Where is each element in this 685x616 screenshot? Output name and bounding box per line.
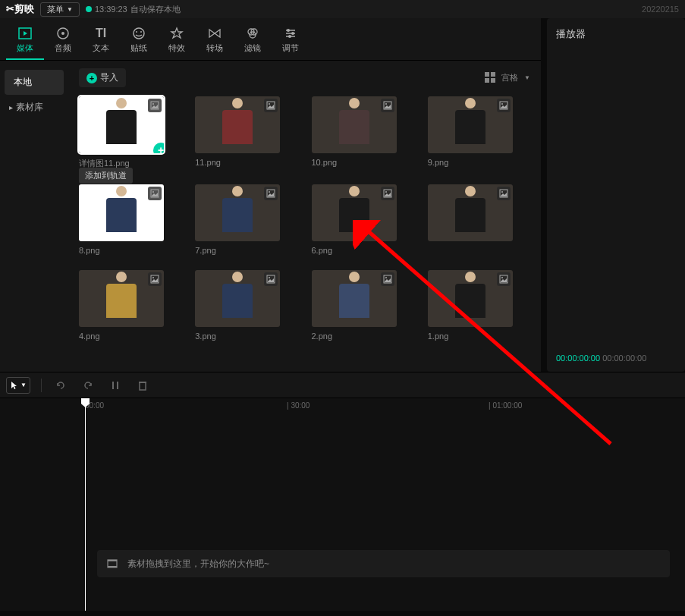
image-type-icon bbox=[381, 272, 394, 286]
ruler-tick: | 01:00:00 bbox=[489, 401, 522, 410]
image-type-icon bbox=[264, 99, 278, 112]
ruler-tick: | 30:00 bbox=[287, 401, 310, 410]
cursor-tool[interactable]: ▼ bbox=[6, 377, 30, 394]
thumb-filename: 10.png bbox=[312, 158, 414, 167]
thumb-filename: 2.png bbox=[312, 332, 414, 341]
media-thumb[interactable]: 2.png bbox=[312, 270, 414, 341]
date-watermark: 20220215 bbox=[642, 5, 679, 14]
timeline-drop-zone[interactable]: 素材拖拽到这里，开始你的大作吧~ bbox=[97, 550, 670, 577]
media-thumb[interactable] bbox=[428, 184, 530, 255]
plus-icon: + bbox=[86, 73, 97, 83]
image-type-icon bbox=[148, 272, 162, 286]
thumb-filename: 7.png bbox=[195, 246, 297, 255]
svg-point-14 bbox=[288, 35, 291, 38]
media-thumb[interactable]: 8.png bbox=[79, 184, 181, 255]
tab-label: 贴纸 bbox=[130, 42, 147, 54]
app-logo: ✂剪映 bbox=[6, 2, 34, 16]
image-type-icon bbox=[381, 99, 394, 112]
thumb-filename: 8.png bbox=[79, 246, 181, 255]
effect-icon bbox=[169, 26, 184, 41]
svg-point-30 bbox=[269, 191, 270, 193]
media-thumb[interactable]: 11.png bbox=[195, 96, 297, 169]
media-thumb[interactable]: 3.png bbox=[195, 270, 297, 341]
split-tool[interactable] bbox=[107, 377, 124, 394]
thumb-filename: 11.png bbox=[195, 158, 297, 167]
image-type-icon bbox=[148, 99, 162, 112]
tab-label: 调节 bbox=[282, 42, 299, 54]
svg-point-20 bbox=[152, 103, 154, 105]
thumb-filename: 3.png bbox=[195, 332, 297, 341]
thumb-filename: 1.png bbox=[428, 332, 530, 341]
tab-label: 媒体 bbox=[17, 42, 33, 54]
undo-button[interactable] bbox=[52, 377, 69, 394]
thumb-filename: 6.png bbox=[312, 246, 414, 255]
sticker-icon bbox=[131, 26, 146, 41]
view-mode-label[interactable]: 宫格 bbox=[501, 72, 518, 83]
svg-rect-49 bbox=[108, 566, 117, 567]
chevron-down-icon: ▼ bbox=[67, 6, 73, 13]
svg-point-10 bbox=[287, 29, 290, 32]
svg-point-3 bbox=[134, 28, 144, 39]
playhead[interactable] bbox=[85, 398, 86, 611]
autosave-status: 13:39:23 自动保存本地 bbox=[86, 4, 181, 15]
player-title: 播放器 bbox=[556, 27, 676, 41]
svg-point-2 bbox=[61, 32, 64, 35]
image-type-icon bbox=[264, 187, 278, 200]
grid-view-icon[interactable] bbox=[485, 72, 495, 84]
menu-dropdown[interactable]: 菜单 ▼ bbox=[40, 2, 80, 17]
tab-effect[interactable]: 特效 bbox=[158, 21, 196, 60]
media-icon bbox=[17, 26, 33, 41]
svg-point-26 bbox=[501, 103, 503, 105]
player-panel: 播放器 00:00:00:00 00:00:00:00 bbox=[547, 18, 685, 372]
svg-rect-44 bbox=[117, 382, 118, 389]
sidebar-item-1[interactable]: 素材库 bbox=[0, 95, 68, 120]
text-icon: TI bbox=[93, 26, 108, 41]
delete-tool[interactable] bbox=[134, 377, 151, 394]
svg-point-4 bbox=[136, 31, 137, 33]
svg-point-42 bbox=[501, 277, 503, 278]
svg-point-24 bbox=[385, 103, 387, 105]
media-thumb[interactable]: 6.png bbox=[312, 184, 414, 255]
svg-rect-48 bbox=[108, 560, 117, 561]
svg-rect-46 bbox=[139, 382, 146, 383]
media-thumb[interactable]: 10.png bbox=[312, 96, 414, 169]
svg-rect-17 bbox=[485, 78, 489, 83]
image-type-icon bbox=[148, 187, 162, 200]
media-thumb[interactable]: + 详情图11.png 添加到轨道 bbox=[79, 96, 181, 169]
svg-rect-18 bbox=[491, 78, 495, 83]
media-thumb[interactable]: 4.png bbox=[79, 270, 181, 341]
image-type-icon bbox=[264, 272, 278, 286]
tab-adjust[interactable]: 调节 bbox=[272, 21, 310, 60]
chevron-down-icon: ▼ bbox=[524, 74, 530, 81]
tab-label: 特效 bbox=[168, 42, 185, 54]
tab-label: 滤镜 bbox=[244, 42, 261, 54]
tab-sticker[interactable]: 贴纸 bbox=[120, 21, 158, 60]
import-button[interactable]: + 导入 bbox=[79, 68, 126, 87]
tab-text[interactable]: TI文本 bbox=[82, 21, 120, 60]
tab-filter[interactable]: 滤镜 bbox=[234, 21, 272, 60]
svg-rect-45 bbox=[140, 382, 146, 390]
svg-point-28 bbox=[152, 191, 154, 193]
image-type-icon bbox=[381, 187, 394, 200]
adjust-icon bbox=[283, 26, 298, 41]
status-dot-icon bbox=[86, 6, 92, 12]
svg-point-34 bbox=[501, 191, 503, 193]
media-thumb[interactable]: 9.png bbox=[428, 96, 530, 169]
add-to-track-button[interactable]: + bbox=[153, 143, 164, 153]
svg-rect-16 bbox=[491, 72, 495, 77]
tab-label: 转场 bbox=[206, 42, 223, 54]
audio-icon bbox=[55, 26, 71, 41]
media-thumb[interactable]: 7.png bbox=[195, 184, 297, 255]
svg-point-32 bbox=[385, 191, 387, 193]
sidebar-item-0[interactable]: 本地 bbox=[5, 70, 64, 95]
redo-button[interactable] bbox=[80, 377, 96, 394]
svg-point-40 bbox=[385, 277, 387, 278]
tab-transition[interactable]: 转场 bbox=[196, 21, 234, 60]
svg-point-38 bbox=[269, 277, 270, 278]
tooltip: 添加到轨道 bbox=[79, 168, 133, 184]
svg-rect-15 bbox=[485, 72, 489, 77]
media-thumb[interactable]: 1.png bbox=[428, 270, 530, 341]
svg-point-36 bbox=[152, 277, 154, 278]
tab-audio[interactable]: 音频 bbox=[44, 21, 82, 60]
tab-media[interactable]: 媒体 bbox=[6, 21, 44, 60]
